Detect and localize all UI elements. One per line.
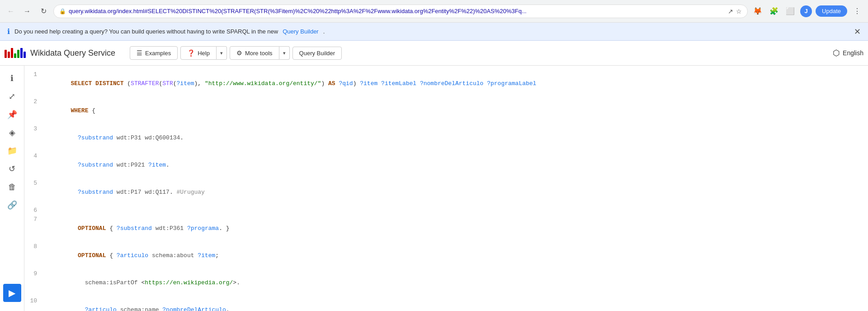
sidebar-info-button[interactable]: ℹ xyxy=(4,70,20,86)
browser-actions: 🦊 🧩 ⬜ J Update ⋮ xyxy=(751,5,863,18)
more-tools-button-group: ⚙ More tools ▾ xyxy=(230,46,290,60)
extension-icon-2[interactable]: 🧩 xyxy=(768,5,780,18)
code-line-5: 5 ?substrand wdt:P17 wd:Q117. #Uruguay xyxy=(24,179,868,206)
code-line-10: 10 ?articulo schema:name ?nombreDelArtic… xyxy=(24,297,868,311)
sidebar-expand-button[interactable]: ⤢ xyxy=(4,88,20,105)
examples-button[interactable]: ☰ Examples xyxy=(130,46,178,60)
more-tools-button[interactable]: ⚙ More tools xyxy=(230,46,279,60)
sidebar-trash-button[interactable]: 🗑 xyxy=(4,179,20,195)
profile-button[interactable]: J xyxy=(800,5,812,17)
star-icon: ☆ xyxy=(736,8,742,15)
app-header: Wikidata Query Service ☰ Examples ❓ Help… xyxy=(0,41,868,66)
sidebar-pin-button[interactable]: 📌 xyxy=(4,106,20,123)
run-button[interactable]: ▶ xyxy=(3,284,21,302)
back-button[interactable]: ← xyxy=(5,5,17,18)
more-tools-dropdown-button[interactable]: ▾ xyxy=(279,46,290,60)
app-title: Wikidata Query Service xyxy=(30,48,115,58)
code-line-1: 1 SELECT DISTINCT (STRAFTER(STR(?item), … xyxy=(24,70,868,97)
sidebar-diamond-button[interactable]: ◈ xyxy=(4,124,20,141)
sidebar-link-button[interactable]: 🔗 xyxy=(4,197,20,213)
code-line-6: 6 xyxy=(24,206,868,215)
logo-icon xyxy=(5,48,26,58)
menu-icon[interactable]: ⋮ xyxy=(851,5,863,18)
sidebar: ℹ ⤢ 📌 ◈ 📁 ↺ 🗑 🔗 ▶ xyxy=(0,66,24,311)
sidebar-folder-button[interactable]: 📁 xyxy=(4,143,20,159)
code-line-2: 2 WHERE { xyxy=(24,97,868,124)
address-bar[interactable]: 🔒 query.wikidata.org/index.html#SELECT%2… xyxy=(53,5,748,18)
help-dropdown-button[interactable]: ▾ xyxy=(217,46,227,60)
help-button-group: ❓ Help ▾ xyxy=(180,46,227,60)
update-button[interactable]: Update xyxy=(816,5,847,17)
tab-strip-icon[interactable]: ⬜ xyxy=(784,5,797,18)
sidebar-history-button[interactable]: ↺ xyxy=(4,161,20,177)
code-line-3: 3 ?substrand wdt:P31 wd:Q600134. xyxy=(24,124,868,152)
url-text: query.wikidata.org/index.html#SELECT%20D… xyxy=(69,8,725,14)
code-line-8: 8 OPTIONAL { ?articulo schema:about ?ite… xyxy=(24,242,868,269)
language-area[interactable]: ⬡ English xyxy=(833,48,863,58)
extension-icon-1[interactable]: 🦊 xyxy=(751,5,764,18)
info-message: Do you need help creating a query? You c… xyxy=(14,28,278,35)
query-builder-link[interactable]: Query Builder xyxy=(283,28,318,35)
main-layout: ℹ ⤢ 📌 ◈ 📁 ↺ 🗑 🔗 ▶ 1 SELECT DISTINCT (STR… xyxy=(0,66,868,311)
info-bar: ℹ Do you need help creating a query? You… xyxy=(0,23,868,41)
help-icon: ❓ xyxy=(187,49,195,57)
run-button-area: ▶ xyxy=(3,284,21,306)
help-button[interactable]: ❓ Help xyxy=(180,46,217,60)
browser-bar: ← → ↻ 🔒 query.wikidata.org/index.html#SE… xyxy=(0,0,868,23)
info-bar-close-button[interactable]: ✕ xyxy=(854,27,861,37)
examples-icon: ☰ xyxy=(137,49,142,57)
reload-button[interactable]: ↻ xyxy=(37,5,50,18)
code-editor[interactable]: 1 SELECT DISTINCT (STRAFTER(STR(?item), … xyxy=(24,66,868,311)
logo-area: Wikidata Query Service xyxy=(5,48,115,58)
language-label: English xyxy=(843,49,863,57)
query-builder-button[interactable]: Query Builder xyxy=(292,47,342,60)
code-line-4: 4 ?substrand wdt:P921 ?item. xyxy=(24,152,868,179)
translate-icon: ⬡ xyxy=(833,48,840,58)
code-line-9: 9 schema:isPartOf <https://en.wikipedia.… xyxy=(24,269,868,297)
lock-icon: 🔒 xyxy=(59,8,66,14)
code-line-7: 7 OPTIONAL { ?substrand wdt:P361 ?progra… xyxy=(24,215,868,242)
info-circle-icon: ℹ xyxy=(7,27,10,36)
gear-icon: ⚙ xyxy=(236,49,242,57)
share-icon: ↗ xyxy=(728,8,733,15)
info-suffix: . xyxy=(323,28,325,35)
forward-button[interactable]: → xyxy=(21,5,33,18)
header-buttons: ☰ Examples ❓ Help ▾ ⚙ More tools ▾ Query… xyxy=(130,46,342,60)
